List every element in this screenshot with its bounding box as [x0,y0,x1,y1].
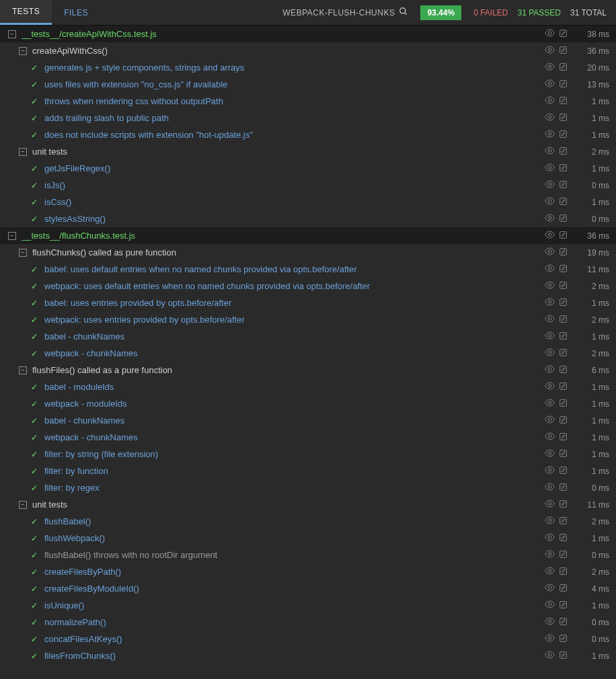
edit-icon[interactable] [559,315,568,325]
test-label[interactable]: stylesAsString() [44,214,538,224]
edit-icon[interactable] [559,651,568,662]
eye-icon[interactable] [545,247,555,257]
eye-icon[interactable] [545,449,555,459]
test-label[interactable]: isJs() [44,180,538,190]
edit-icon[interactable] [559,298,568,309]
test-row[interactable]: ✓babel: uses default entries when no nam… [0,261,616,278]
edit-icon[interactable] [559,147,568,157]
collapse-icon[interactable]: − [19,47,27,55]
eye-icon[interactable] [545,147,555,157]
test-label[interactable]: babel - chunkNames [44,331,538,342]
file-row[interactable]: −__tests__/flushChunks.test.js36 ms [0,227,616,244]
test-row[interactable]: ✓babel - moduleIds1 ms [0,378,616,395]
test-row[interactable]: ✓adds trailing slash to public path1 ms [0,110,616,126]
collapse-icon[interactable]: − [8,30,16,38]
eye-icon[interactable] [545,264,555,274]
eye-icon[interactable] [545,533,555,543]
edit-icon[interactable] [559,533,568,544]
test-label[interactable]: filesFromChunks() [44,651,538,661]
edit-icon[interactable] [559,247,568,258]
test-row[interactable]: ✓flushWebpack()1 ms [0,530,616,547]
test-label[interactable]: flushWebpack() [44,533,538,543]
test-label[interactable]: isUnique() [44,600,538,610]
edit-icon[interactable] [559,449,568,460]
eye-icon[interactable] [545,432,555,442]
eye-icon[interactable] [545,113,555,123]
eye-icon[interactable] [545,634,555,644]
eye-icon[interactable] [545,46,555,56]
eye-icon[interactable] [545,197,555,207]
collapse-icon[interactable]: − [19,148,27,156]
test-label[interactable]: does not include scripts with extension … [44,130,538,140]
edit-icon[interactable] [559,399,568,409]
tab-tests[interactable]: TESTS [0,0,52,25]
collapse-icon[interactable]: − [19,366,27,374]
test-label[interactable]: generates js + style components, strings… [44,63,538,73]
test-label[interactable]: babel - chunkNames [44,415,538,426]
eye-icon[interactable] [545,63,555,73]
eye-icon[interactable] [545,281,555,291]
test-label[interactable]: concatFilesAtKeys() [44,634,538,644]
test-label[interactable]: babel: uses default entries when no name… [44,264,538,274]
eye-icon[interactable] [545,79,555,89]
edit-icon[interactable] [559,281,568,292]
edit-icon[interactable] [559,63,568,73]
eye-icon[interactable] [545,415,555,426]
test-row[interactable]: ✓babel: uses entries provided by opts.be… [0,294,616,311]
test-label[interactable]: uses files with extension "no_css.js" if… [44,79,538,89]
edit-icon[interactable] [559,96,568,107]
eye-icon[interactable] [545,231,555,241]
edit-icon[interactable] [559,46,568,56]
test-row[interactable]: ✓filter: by regex0 ms [0,479,616,496]
eye-icon[interactable] [545,584,555,594]
test-label[interactable]: filter: by string (file extension) [44,449,538,459]
test-row[interactable]: ✓generates js + style components, string… [0,59,616,76]
suite-row[interactable]: −unit tests11 ms [0,496,616,513]
test-row[interactable]: ✓flushBabel()2 ms [0,513,616,530]
test-row[interactable]: ✓stylesAsString()0 ms [0,210,616,227]
test-label[interactable]: webpack - moduleIds [44,399,538,409]
eye-icon[interactable] [545,315,555,325]
test-row[interactable]: ✓filter: by function1 ms [0,463,616,479]
edit-icon[interactable] [559,634,568,645]
test-row[interactable]: ✓webpack: uses entries provided by opts.… [0,311,616,328]
edit-icon[interactable] [559,516,568,527]
test-label[interactable]: getJsFileRegex() [44,163,538,173]
edit-icon[interactable] [559,365,568,376]
edit-icon[interactable] [559,331,568,342]
eye-icon[interactable] [545,399,555,409]
edit-icon[interactable] [559,550,568,561]
test-row[interactable]: ✓webpack - chunkNames2 ms [0,345,616,362]
test-row[interactable]: ✓babel - chunkNames1 ms [0,328,616,345]
search-icon[interactable] [399,7,408,18]
edit-icon[interactable] [559,415,568,426]
tab-files[interactable]: FILES [52,0,100,25]
eye-icon[interactable] [545,382,555,392]
eye-icon[interactable] [545,651,555,661]
test-row[interactable]: ✓uses files with extension "no_css.js" i… [0,76,616,93]
test-row[interactable]: ✓filter: by string (file extension)1 ms [0,446,616,463]
eye-icon[interactable] [545,550,555,560]
suite-row[interactable]: −createApiWithCss()36 ms [0,42,616,59]
eye-icon[interactable] [545,214,555,224]
edit-icon[interactable] [559,500,568,510]
test-label[interactable]: webpack: uses default entries when no na… [44,281,538,291]
test-label[interactable]: adds trailing slash to public path [44,113,538,123]
eye-icon[interactable] [545,600,555,610]
test-label[interactable]: filter: by function [44,466,538,476]
test-row[interactable]: ✓getJsFileRegex()1 ms [0,160,616,177]
edit-icon[interactable] [559,231,568,241]
test-label[interactable]: throws when rendering css without output… [44,96,538,106]
eye-icon[interactable] [545,96,555,106]
eye-icon[interactable] [545,617,555,627]
edit-icon[interactable] [559,113,568,124]
test-row[interactable]: ✓does not include scripts with extension… [0,126,616,143]
eye-icon[interactable] [545,331,555,342]
edit-icon[interactable] [559,197,568,208]
eye-icon[interactable] [545,180,555,190]
eye-icon[interactable] [545,500,555,510]
test-label[interactable]: webpack - chunkNames [44,432,538,442]
edit-icon[interactable] [559,567,568,577]
test-row[interactable]: ✓isCss()1 ms [0,194,616,210]
test-label[interactable]: isCss() [44,197,538,207]
